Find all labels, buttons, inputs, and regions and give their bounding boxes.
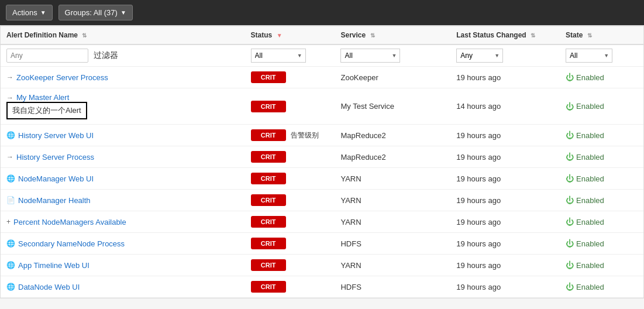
cell-status-6: CRIT — [245, 211, 335, 233]
cell-state-2: ⏻ Enabled — [560, 125, 643, 146]
actions-button[interactable]: Actions ▼ — [6, 5, 53, 20]
enabled-icon-8: ⏻ — [566, 260, 574, 270]
enabled-text-9: Enabled — [576, 283, 604, 291]
enabled-text-4: Enabled — [576, 174, 604, 183]
enabled-text-8: Enabled — [576, 261, 604, 270]
filter-changed-cell: Any — [450, 44, 560, 67]
alert-name-text-9: DataNode Web UI — [18, 283, 80, 291]
table-row: 📄NodeManager HealthCRITYARN19 hours ago⏻… — [1, 190, 643, 211]
filter-name-input[interactable] — [6, 49, 88, 63]
filter-service-wrapper: All ZooKeeper MapReduce2 YARN HDFS — [340, 49, 400, 63]
row-icon-6: + — [6, 218, 11, 226]
cell-changed-9: 19 hours ago — [450, 276, 560, 298]
th-status[interactable]: Status ▼ — [245, 26, 335, 45]
table-row: +Percent NodeManagers AvailableCRITYARN1… — [1, 211, 643, 233]
cell-name-6: +Percent NodeManagers Available — [1, 211, 245, 233]
cell-status-2: CRIT告警级别 — [245, 125, 335, 146]
cell-name-9: 🌐DataNode Web UI — [1, 276, 245, 298]
cell-service-0: ZooKeeper — [335, 67, 450, 88]
enabled-icon-3: ⏻ — [566, 152, 574, 162]
groups-button[interactable]: Groups: All (37) ▼ — [58, 5, 133, 20]
table-row: →My Master Alert我自定义的一个AlertCRITMy Test … — [1, 88, 643, 125]
cell-changed-0: 19 hours ago — [450, 67, 560, 88]
cell-changed-6: 19 hours ago — [450, 211, 560, 233]
filter-state-wrapper: All Enabled Disabled — [566, 49, 612, 63]
alert-name-link-1[interactable]: →My Master Alert — [6, 93, 239, 102]
cell-state-8: ⏻ Enabled — [560, 255, 643, 276]
filter-changed-select[interactable]: Any — [456, 49, 503, 63]
filter-status-wrapper: All CRIT WARN OK UNKNOWN — [251, 49, 306, 63]
crit-badge-9: CRIT — [251, 281, 286, 293]
th-state[interactable]: State ⇅ — [560, 26, 643, 45]
groups-label: Groups: All (37) — [65, 8, 118, 17]
alert-name-link-5[interactable]: 📄NodeManager Health — [6, 196, 239, 205]
alert-name-text-8: App Timeline Web UI — [18, 261, 89, 270]
row-icon-5: 📄 — [6, 196, 15, 204]
alert-name-text-6: Percent NodeManagers Available — [13, 218, 126, 226]
alert-name-link-7[interactable]: 🌐Secondary NameNode Process — [6, 239, 239, 248]
filter-status-cell: All CRIT WARN OK UNKNOWN — [245, 44, 335, 67]
cell-state-9: ⏻ Enabled — [560, 276, 643, 298]
cell-name-7: 🌐Secondary NameNode Process — [1, 233, 245, 255]
alert-name-text-0: ZooKeeper Server Process — [16, 73, 108, 82]
filter-cn-label: 过滤器 — [94, 50, 118, 60]
cell-service-7: HDFS — [335, 233, 450, 255]
filter-service-select[interactable]: All ZooKeeper MapReduce2 YARN HDFS — [340, 49, 400, 63]
enabled-icon-5: ⏻ — [566, 195, 574, 205]
cell-status-5: CRIT — [245, 190, 335, 211]
alert-name-text-2: History Server Web UI — [18, 131, 94, 140]
alerts-table-container: Alert Definition Name ⇅ Status ▼ Service… — [0, 25, 644, 298]
cell-service-9: HDFS — [335, 276, 450, 298]
cell-status-8: CRIT — [245, 255, 335, 276]
crit-badge-3: CRIT — [251, 151, 286, 163]
enabled-badge-2: ⏻ Enabled — [566, 131, 604, 140]
table-row: 🌐App Timeline Web UICRITYARN19 hours ago… — [1, 255, 643, 276]
table-row: 🌐DataNode Web UICRITHDFS19 hours ago⏻ En… — [1, 276, 643, 298]
th-service[interactable]: Service ⇅ — [335, 26, 450, 45]
cell-status-7: CRIT — [245, 233, 335, 255]
enabled-icon-0: ⏻ — [566, 73, 574, 82]
cell-changed-5: 19 hours ago — [450, 190, 560, 211]
enabled-badge-1: ⏻ Enabled — [566, 102, 604, 111]
cell-status-4: CRIT — [245, 168, 335, 190]
cell-state-7: ⏻ Enabled — [560, 233, 643, 255]
alert-name-link-4[interactable]: 🌐NodeManager Web UI — [6, 174, 239, 183]
alert-name-link-8[interactable]: 🌐App Timeline Web UI — [6, 261, 239, 270]
th-changed[interactable]: Last Status Changed ⇅ — [450, 26, 560, 45]
row-icon-7: 🌐 — [6, 239, 15, 248]
enabled-badge-9: ⏻ Enabled — [566, 282, 604, 291]
cell-service-2: MapReduce2 — [335, 125, 450, 146]
th-name[interactable]: Alert Definition Name ⇅ — [1, 26, 245, 45]
cell-status-3: CRIT — [245, 146, 335, 168]
cell-changed-8: 19 hours ago — [450, 255, 560, 276]
alert-name-link-9[interactable]: 🌐DataNode Web UI — [6, 283, 239, 291]
crit-badge-1: CRIT — [251, 101, 286, 112]
filter-status-select[interactable]: All CRIT WARN OK UNKNOWN — [251, 49, 306, 63]
th-changed-label: Last Status Changed — [456, 31, 526, 39]
crit-badge-4: CRIT — [251, 173, 286, 184]
filter-service-cell: All ZooKeeper MapReduce2 YARN HDFS — [335, 44, 450, 67]
alert-name-text-4: NodeManager Web UI — [18, 174, 94, 183]
filter-state-select[interactable]: All Enabled Disabled — [566, 49, 612, 63]
alert-name-link-6[interactable]: +Percent NodeManagers Available — [6, 218, 239, 226]
alert-name-link-2[interactable]: 🌐History Server Web UI — [6, 131, 239, 140]
th-state-label: State — [566, 31, 583, 39]
th-status-sort-icon: ▼ — [277, 32, 283, 39]
cell-state-6: ⏻ Enabled — [560, 211, 643, 233]
alert-name-link-3[interactable]: →History Server Process — [6, 153, 239, 162]
actions-caret-icon: ▼ — [40, 9, 46, 16]
alert-name-text-7: Secondary NameNode Process — [18, 239, 125, 248]
enabled-badge-4: ⏻ Enabled — [566, 174, 604, 183]
th-name-sort-icon: ⇅ — [82, 32, 87, 39]
cell-name-5: 📄NodeManager Health — [1, 190, 245, 211]
alert-name-link-0[interactable]: →ZooKeeper Server Process — [6, 73, 239, 82]
cell-changed-3: 19 hours ago — [450, 146, 560, 168]
enabled-badge-3: ⏻ Enabled — [566, 152, 604, 162]
cell-name-0: →ZooKeeper Server Process — [1, 67, 245, 88]
th-name-label: Alert Definition Name — [6, 31, 78, 39]
filter-name-cell: 过滤器 — [1, 44, 245, 67]
annotation-box-1: 我自定义的一个Alert — [6, 102, 87, 119]
th-service-sort-icon: ⇅ — [370, 32, 375, 39]
row-icon-9: 🌐 — [6, 283, 15, 291]
cell-state-1: ⏻ Enabled — [560, 88, 643, 125]
